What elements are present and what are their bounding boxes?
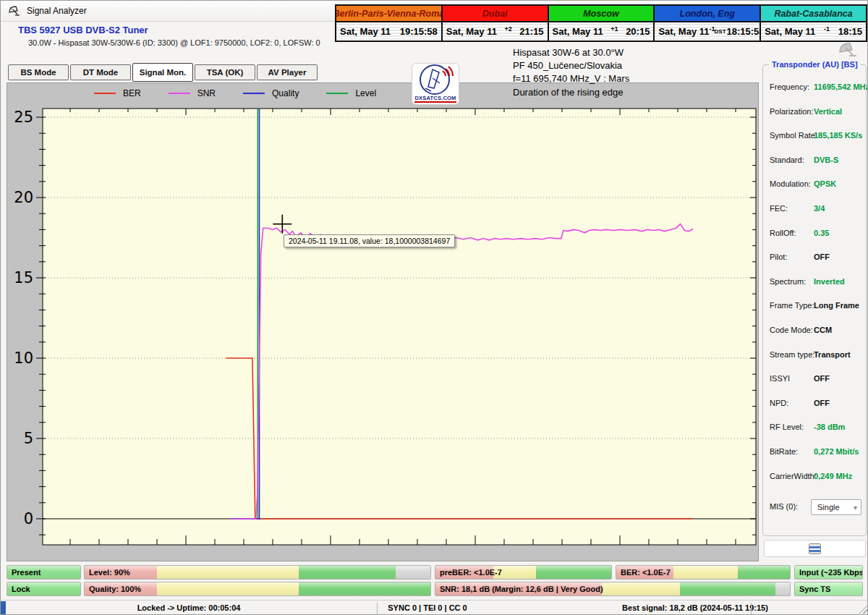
chart-plot[interactable]: 0510152025 bbox=[7, 83, 758, 561]
clock-rabat-casablanca: Rabat-CasablancaSat, May 11-118:15 bbox=[761, 6, 866, 41]
transponder-row-spectrum: Spectrum:Inverted bbox=[763, 277, 867, 292]
site-title: PF 450_Lučenec/Slovakia bbox=[513, 60, 622, 71]
lock-indicator: Lock bbox=[7, 582, 81, 596]
tab-av-player[interactable]: AV Player bbox=[257, 64, 318, 80]
transponder-row-label: Standard: bbox=[770, 156, 804, 164]
legend-item-ber: BER bbox=[94, 88, 141, 98]
status-separator bbox=[377, 603, 378, 614]
status-separator bbox=[751, 603, 752, 614]
transponder-row-label: RollOff: bbox=[770, 229, 796, 237]
preber-bar: preBER: <1.0E-7 bbox=[435, 565, 612, 580]
clock-london-eng: London, EngSat, May 11-1DST18:15:58 bbox=[655, 6, 761, 41]
sync-ts-bar: Sync TS bbox=[794, 582, 863, 596]
transponder-row-rflevel: RF Level:-38 dBm bbox=[763, 423, 867, 437]
svg-text:5: 5 bbox=[24, 430, 33, 447]
sync-status: SYNC 0 | TEI 0 | CC 0 bbox=[341, 603, 514, 612]
transponder-row-label: ISSYI bbox=[770, 374, 790, 383]
transponder-row-value: 0,272 Mbit/s bbox=[814, 447, 859, 456]
tab-signal-mon-[interactable]: Signal Mon. bbox=[132, 63, 193, 82]
clock-berlin-paris-vienna-roma: Berlin-Paris-Vienna-RomaSat, May 1119:15… bbox=[336, 6, 443, 41]
transponder-row-symbolrate: Symbol Rate:185,185 KS/s bbox=[763, 131, 867, 145]
quality-bar: Quality: 100% bbox=[84, 582, 431, 596]
mis-select[interactable]: Single ▾ bbox=[811, 499, 861, 515]
transponder-row-value: OFF bbox=[814, 253, 830, 261]
transponder-row-streamtype: Stream type:Transport bbox=[763, 350, 867, 365]
dxsatcs-logo: DXSATCS.COM bbox=[412, 63, 459, 105]
satellite-dish-icon bbox=[8, 5, 21, 17]
transponder-panel-title: Transponder (AU) [BS] bbox=[769, 60, 861, 69]
tab-bs-mode[interactable]: BS Mode bbox=[8, 64, 69, 80]
transponder-row-carrierwidth: CarrierWidth:0,249 MHz bbox=[763, 472, 867, 486]
signal-chart[interactable]: BERSNRQualityLevel 0510152025 2024-05-11… bbox=[7, 82, 759, 561]
stream-list-button[interactable] bbox=[764, 540, 866, 557]
clock-city-label: Dubai bbox=[443, 6, 548, 22]
uptime-status: Locked -> Uptime: 00:05:04 bbox=[73, 603, 305, 612]
transponder-row-npd: NPD:OFF bbox=[763, 399, 867, 413]
transponder-row-value: Vertical bbox=[814, 107, 842, 116]
tuner-details: 30.0W - Hispasat 30W-5/30W-6 (ID: 3300) … bbox=[28, 38, 320, 47]
transponder-row-frametype: Frame Type:Long Frame bbox=[763, 301, 867, 315]
clock-time: Sat, May 11+120:15 bbox=[549, 22, 654, 41]
transponder-row-value: Long Frame bbox=[814, 301, 859, 310]
clock-city-label: London, Eng bbox=[655, 6, 760, 22]
snr-bar: SNR: 18,1 dB (Margin: 12,6 dB | Very Goo… bbox=[435, 582, 791, 596]
status-line: Locked -> Uptime: 00:05:04 SYNC 0 | TEI … bbox=[1, 600, 868, 615]
legend-label: Level bbox=[355, 88, 376, 98]
transponder-row-value: CCM bbox=[814, 326, 832, 334]
chart-caption: Duration of the rising edge bbox=[513, 87, 623, 98]
transponder-row-modulation: Modulation:QPSK bbox=[763, 179, 867, 194]
transponder-row-value: QPSK bbox=[814, 179, 836, 188]
transponder-row-value: 0.35 bbox=[814, 229, 829, 237]
transponder-row-label: Frequency: bbox=[770, 82, 809, 91]
clock-dubai: DubaiSat, May 11+221:15 bbox=[443, 6, 549, 41]
legend-line-swatch bbox=[169, 93, 190, 94]
tuner-name: TBS 5927 USB DVB-S2 Tuner bbox=[18, 25, 148, 35]
transponder-row-value: -38 dBm bbox=[814, 423, 845, 431]
legend-label: SNR bbox=[197, 88, 216, 98]
clock-city-label: Moscow bbox=[549, 6, 654, 22]
transponder-row-value: Inverted bbox=[814, 277, 845, 286]
best-signal-status: Best signal: 18,2 dB (2024-05-11 19:15) bbox=[579, 603, 811, 612]
svg-text:15: 15 bbox=[14, 269, 33, 287]
chart-tooltip: 2024-05-11 19.11.08, value: 18,100000381… bbox=[284, 234, 455, 247]
legend-label: Quality bbox=[272, 88, 299, 98]
transponder-row-value: 11695,542 MHz bbox=[814, 82, 868, 91]
legend-line-swatch bbox=[243, 93, 265, 94]
clock-strip: Berlin-Paris-Vienna-RomaSat, May 1119:15… bbox=[335, 4, 867, 42]
legend-item-snr: SNR bbox=[169, 88, 216, 98]
transponder-row-label: BitRate: bbox=[770, 447, 798, 456]
transponder-row-label: Pilot: bbox=[770, 253, 787, 261]
transponder-row-value: 185,185 KS/s bbox=[814, 131, 862, 140]
transponder-row-value: Transport bbox=[814, 350, 851, 359]
transponder-row-value: OFF bbox=[814, 374, 830, 383]
transponder-row-bitrate: BitRate:0,272 Mbit/s bbox=[763, 447, 867, 462]
transponder-row-label: Code Mode: bbox=[770, 326, 813, 334]
svg-text:10: 10 bbox=[14, 349, 33, 367]
transponder-row-standard: Standard:DVB-S bbox=[763, 156, 867, 170]
transponder-row-issyi: ISSYIOFF bbox=[763, 374, 867, 389]
svg-text:20: 20 bbox=[14, 189, 33, 206]
transponder-row-label: Modulation: bbox=[770, 179, 811, 188]
chart-legend: BERSNRQualityLevel bbox=[94, 88, 404, 98]
mode-tabs: BS ModeDT ModeSignal Mon.TSA (OK)AV Play… bbox=[8, 64, 319, 82]
mis-label: MIS (0): bbox=[770, 502, 798, 511]
dxsatcs-logo-graphic bbox=[415, 64, 456, 96]
svg-text:0: 0 bbox=[24, 510, 33, 527]
input-bar: Input (~235 Kbps) bbox=[794, 565, 863, 580]
transponder-row-pilot: Pilot:OFF bbox=[763, 253, 867, 267]
transponder-row-frequency: Frequency:11695,542 MHz bbox=[763, 82, 867, 97]
transponder-row-value: 0,249 MHz bbox=[814, 472, 852, 480]
satellite-dish-icon-small bbox=[837, 41, 859, 58]
transponder-row-label: RF Level: bbox=[770, 423, 804, 431]
tab-dt-mode[interactable]: DT Mode bbox=[70, 64, 131, 80]
transponder-row-label: Symbol Rate: bbox=[770, 131, 817, 140]
clock-moscow: MoscowSat, May 11+120:15 bbox=[549, 6, 655, 41]
chevron-down-icon: ▾ bbox=[854, 504, 857, 512]
transponder-row-label: FEC: bbox=[770, 204, 788, 213]
transponder-row-value: OFF bbox=[814, 399, 830, 407]
clock-city-label: Berlin-Paris-Vienna-Roma bbox=[336, 6, 441, 22]
transponder-row-label: Stream type: bbox=[770, 350, 814, 359]
legend-line-swatch bbox=[94, 93, 116, 94]
resize-grip[interactable] bbox=[859, 605, 867, 614]
tab-tsa-ok-[interactable]: TSA (OK) bbox=[195, 64, 255, 80]
